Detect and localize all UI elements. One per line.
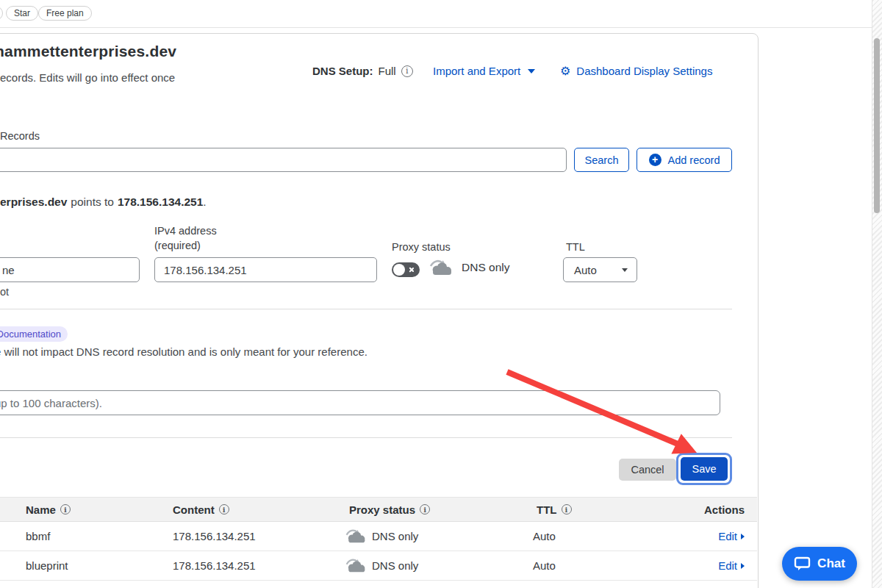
cancel-button[interactable]: Cancel xyxy=(619,459,676,481)
table-header-content: Content i xyxy=(173,498,229,521)
row-ttl: Auto xyxy=(533,551,556,580)
table-header-ttl: TTL i xyxy=(537,498,572,521)
page-title: hammettenterprises.dev xyxy=(0,43,176,60)
comment-input[interactable]: up to 100 characters). xyxy=(0,390,720,415)
row-ttl: Auto xyxy=(533,522,556,551)
edit-button[interactable]: Edit xyxy=(718,551,745,580)
search-button[interactable]: Search xyxy=(574,148,629,172)
toggle-off-x-icon xyxy=(409,267,415,273)
import-export-menu[interactable]: Import and Export xyxy=(433,65,535,77)
points-domain: erprises.dev xyxy=(0,196,67,209)
row-content: 178.156.134.251 xyxy=(173,581,256,588)
save-button-label: Save xyxy=(692,463,716,475)
name-helper-text: ot xyxy=(0,286,9,298)
row-proxy: DNS only xyxy=(344,551,418,580)
search-button-label: Search xyxy=(585,154,619,166)
add-record-button-label: Add record xyxy=(668,154,720,166)
gear-icon: ⚙ xyxy=(560,65,570,77)
header-proxy-label: Proxy status xyxy=(349,503,415,516)
toggle-knob-icon xyxy=(393,264,405,276)
badge-fragment[interactable] xyxy=(0,6,3,21)
row-ttl: Auto xyxy=(533,581,556,588)
row-name: blueprint xyxy=(26,581,68,588)
documentation-badge-label: Documentation xyxy=(0,329,61,340)
table-header-name: Name i xyxy=(26,498,71,521)
chat-button[interactable]: Chat xyxy=(782,547,857,581)
chevron-down-icon xyxy=(528,69,535,74)
row-content: 178.156.134.251 xyxy=(173,551,256,580)
comment-placeholder: up to 100 characters). xyxy=(0,397,102,409)
points-period: . xyxy=(203,196,206,209)
chevron-right-icon xyxy=(741,563,745,569)
ipv4-field-value: 178.156.134.251 xyxy=(164,264,247,276)
ttl-label: TTL xyxy=(566,241,585,253)
row-name: bbmf xyxy=(26,522,50,551)
edit-button-label: Edit xyxy=(718,559,737,572)
form-divider xyxy=(0,309,732,309)
info-icon[interactable]: i xyxy=(420,504,430,514)
header-ttl-label: TTL xyxy=(537,503,557,516)
table-row: bbmf 178.156.134.251 DNS only Auto Edit xyxy=(0,522,757,551)
top-bar: Star Free plan xyxy=(0,0,872,28)
ipv4-required-label: (required) xyxy=(154,240,201,251)
chat-bubble-icon xyxy=(794,556,811,571)
scrollbar-thumb[interactable] xyxy=(874,38,880,213)
points-ip: 178.156.134.251 xyxy=(118,196,203,209)
ipv4-label: IPv4 address xyxy=(154,225,217,237)
dns-setup-info-icon[interactable]: i xyxy=(401,65,413,77)
points-to-line: erprises.dev points to 178.156.134.251 . xyxy=(0,196,207,209)
page-subtitle: ecords. Edits will go into effect once xyxy=(0,71,175,84)
table-header-row: Name i Content i Proxy status i TTL i Ac… xyxy=(0,497,757,522)
info-icon[interactable]: i xyxy=(60,504,71,514)
plus-icon: + xyxy=(649,154,662,166)
dns-setup-value: Full xyxy=(379,65,396,77)
header-content-label: Content xyxy=(173,503,215,516)
cloud-arrow-icon xyxy=(344,528,368,545)
records-section-label: Records xyxy=(0,130,40,142)
name-field[interactable]: ne xyxy=(0,257,140,282)
proxy-toggle[interactable] xyxy=(392,262,420,277)
row-proxy-value: DNS only xyxy=(372,530,418,542)
chat-button-label: Chat xyxy=(817,556,845,571)
free-plan-badge[interactable]: Free plan xyxy=(38,6,92,21)
comment-note: re will not impact DNS record resolution… xyxy=(0,345,368,358)
table-header-actions: Actions xyxy=(704,498,745,521)
star-badge-label: Star xyxy=(14,8,30,18)
dns-setup-group: DNS Setup: Full i xyxy=(312,65,413,77)
dns-setup-label: DNS Setup: xyxy=(312,65,373,77)
row-content: 178.156.134.251 xyxy=(173,522,256,551)
edit-button[interactable]: Edit xyxy=(718,522,745,551)
documentation-badge[interactable]: Documentation xyxy=(0,326,68,342)
free-plan-badge-label: Free plan xyxy=(46,8,84,18)
chevron-down-icon xyxy=(622,268,628,272)
dashboard-display-settings-link[interactable]: ⚙ Dashboard Display Settings xyxy=(560,65,712,77)
import-export-label: Import and Export xyxy=(433,65,520,77)
proxy-status-value: DNS only xyxy=(462,261,509,274)
cloud-arrow-icon xyxy=(344,557,368,574)
chevron-right-icon xyxy=(741,534,745,539)
table-row: blueprint 178.156.134.251 DNS only Auto … xyxy=(0,551,757,581)
header-actions-label: Actions xyxy=(704,503,745,516)
dns-management-page: Star Free plan hammettenterprises.dev ec… xyxy=(0,0,882,588)
star-badge[interactable]: Star xyxy=(6,6,38,21)
records-search-input[interactable] xyxy=(0,148,567,172)
table-row: blueprint 178.156.134.251 DNS only Auto … xyxy=(0,581,757,588)
row-proxy: DNS only xyxy=(344,522,418,551)
edit-button-label: Edit xyxy=(718,530,737,542)
row-proxy: DNS only xyxy=(344,581,418,588)
ipv4-field[interactable]: 178.156.134.251 xyxy=(154,257,377,282)
points-connector: points to xyxy=(71,196,114,209)
ttl-select[interactable]: Auto xyxy=(563,257,637,282)
row-proxy-value: DNS only xyxy=(372,559,418,572)
name-field-value: ne xyxy=(2,264,15,276)
info-icon[interactable]: i xyxy=(219,504,229,514)
header-name-label: Name xyxy=(26,503,56,516)
save-button[interactable]: Save xyxy=(681,457,728,481)
dashboard-display-settings-label: Dashboard Display Settings xyxy=(576,65,712,77)
info-icon[interactable]: i xyxy=(562,504,572,514)
edit-button[interactable]: Edit xyxy=(718,581,745,588)
add-record-button[interactable]: + Add record xyxy=(637,148,732,172)
proxy-status-label: Proxy status xyxy=(392,241,451,253)
cloud-arrow-icon xyxy=(428,258,454,277)
actions-divider xyxy=(0,437,732,438)
